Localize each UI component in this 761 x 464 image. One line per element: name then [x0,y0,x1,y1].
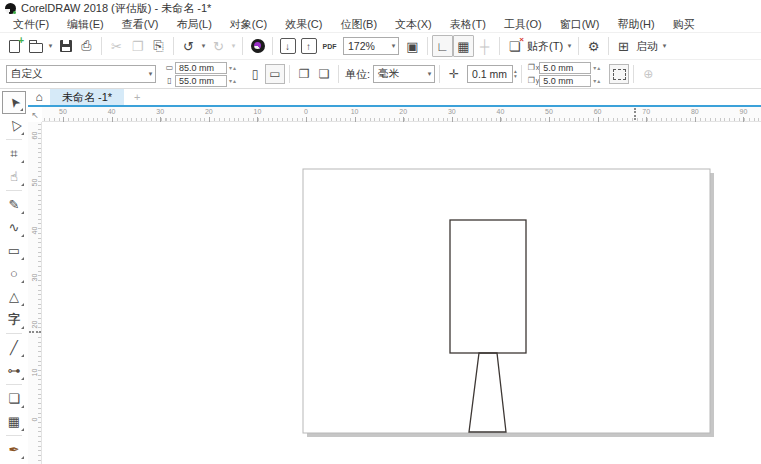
duplicate-x-field[interactable]: 5.0 mm [539,62,591,74]
launch-dropdown[interactable]: ▾ [660,42,669,50]
page[interactable] [303,169,710,433]
crop-tool[interactable]: ⌗ [2,142,26,165]
vertical-ruler[interactable]: 6050403020100 [28,122,42,464]
show-grid-toggle[interactable]: ▦ [453,35,474,57]
document-tab-bar: ⌂ 未命名 -1* + [28,89,761,105]
welcome-home-button[interactable]: ⌂ [28,89,50,105]
snap-off-button[interactable]: ❏ × [504,35,525,57]
publish-pdf-button[interactable]: PDF [319,35,340,57]
ruler-label: 30 [443,108,461,115]
menu-text[interactable]: 文本(X) [386,17,441,32]
menu-effects[interactable]: 效果(C) [276,17,331,32]
polygon-tool[interactable]: △ [2,285,26,308]
new-document-button[interactable]: + [4,35,25,57]
new-tab-button[interactable]: + [124,89,150,105]
options-button[interactable]: ⚙ [583,35,604,57]
pan-tool[interactable]: ☝ [2,165,26,188]
menu-table[interactable]: 表格(T) [441,17,495,32]
nudge-spinner[interactable]: ▴ ▾ [514,69,517,79]
menu-file[interactable]: 文件(F) [4,17,58,32]
pick-tool[interactable]: ➤ [2,91,26,114]
transparency-tool[interactable]: ▦ [2,410,26,433]
open-folder-icon [29,43,43,53]
divider [173,37,174,55]
drop-shadow-tool[interactable]: ❏ [2,387,26,410]
ruler-label: 10 [248,108,266,115]
spinner[interactable]: ▾▴ [229,64,237,71]
property-bar: 自定义 ▾ ▭ 85.0 mm ▾▴ ▯ 55.0 mm ▾▴ ▯ ▭ ❐ ❏ … [0,60,761,89]
bounding-box-icon [613,69,626,80]
divider [499,37,500,55]
shape-tool[interactable]: ▷ [2,114,26,137]
ruler-label: 60 [31,129,38,143]
search-content-button[interactable] [247,35,268,57]
drawing-canvas[interactable] [42,122,761,464]
snap-to-menu[interactable]: 贴齐(T) [525,39,565,54]
text-tool[interactable]: 字 [2,308,26,331]
freehand-tool[interactable]: ✎ [2,193,26,216]
divider [289,65,290,83]
open-dropdown[interactable]: ▾ [46,42,55,50]
horizontal-ruler[interactable]: 50403020100102030405060708090 [42,107,761,122]
ellipse-tool[interactable]: ○ [2,262,26,285]
nudge-offset-field[interactable]: 0.1 mm [467,65,513,83]
current-page-button[interactable]: ❏ [314,64,334,84]
launch-button[interactable]: ⊞ [613,35,634,57]
menu-buy[interactable]: 购买 [664,17,704,32]
artistic-media-tool[interactable]: ∿ [2,216,26,239]
page-preset-combo[interactable]: 自定义 ▾ [6,65,156,83]
snap-to-dropdown[interactable]: ▾ [565,42,574,50]
menu-layout[interactable]: 布局(L) [167,17,220,32]
page-width-field[interactable]: 85.0 mm [175,62,227,74]
open-button[interactable] [25,35,46,57]
menu-object[interactable]: 对象(C) [221,17,276,32]
divider [6,333,22,334]
ruler-origin-corner[interactable]: ↖ [28,107,42,122]
import-button[interactable]: ↓ [277,35,298,57]
menu-edit[interactable]: 编辑(E) [58,17,113,32]
divider [6,384,22,385]
save-button[interactable] [55,35,76,57]
rectangle-tool[interactable]: ▭ [2,239,26,262]
ruler-label: 90 [734,108,752,115]
ruler-label: 40 [103,108,121,115]
menu-tools[interactable]: 工具(O) [495,17,551,32]
eyedropper-tool[interactable]: ✒ [2,438,26,461]
spinner[interactable]: ▾▴ [229,77,237,84]
dimension-tool[interactable]: ╱ [2,336,26,359]
divider [608,37,609,55]
import-icon: ↓ [280,38,296,54]
divider [633,65,634,83]
show-rulers-toggle[interactable]: ∟ [432,35,453,57]
page-height-field[interactable]: 55.0 mm [175,75,227,87]
menu-help[interactable]: 帮助(H) [608,17,663,32]
units-combo[interactable]: 毫米 ▾ [373,65,435,83]
export-button[interactable]: ↑ [298,35,319,57]
treat-as-filled-button[interactable] [609,64,629,84]
launch-label[interactable]: 启动 [634,39,660,54]
landscape-button[interactable]: ▭ [265,64,285,84]
menu-bar: 文件(F) 编辑(E) 查看(V) 布局(L) 对象(C) 效果(C) 位图(B… [0,16,761,33]
zoom-level-combo[interactable]: 172% ▾ [343,37,399,55]
undo-button[interactable]: ↺ [178,35,199,57]
document-tab-active[interactable]: 未命名 -1* [50,89,124,105]
menu-bitmaps[interactable]: 位图(B) [331,17,386,32]
paste-button[interactable]: ⎘ [148,35,169,57]
all-pages-button[interactable]: ❐ [294,64,314,84]
fullscreen-preview-button[interactable]: ▣ [402,35,423,57]
divider [6,190,22,191]
duplicate-y-field[interactable]: 5.0 mm [539,75,591,87]
spinner[interactable]: ▾▴ [593,64,601,71]
menu-view[interactable]: 查看(V) [113,17,168,32]
menu-window[interactable]: 窗口(W) [551,17,609,32]
show-guidelines-toggle[interactable]: ┼ [474,35,495,57]
spinner[interactable]: ▾▴ [593,77,601,84]
units-value: 毫米 [378,67,399,81]
print-button[interactable]: ⎙ [76,35,97,57]
cursor-position-marker [634,108,636,120]
portrait-button[interactable]: ▯ [245,64,265,84]
undo-dropdown[interactable]: ▾ [199,42,208,50]
connector-tool[interactable]: ⊶ [2,359,26,382]
divider [6,435,22,436]
divider [242,37,243,55]
